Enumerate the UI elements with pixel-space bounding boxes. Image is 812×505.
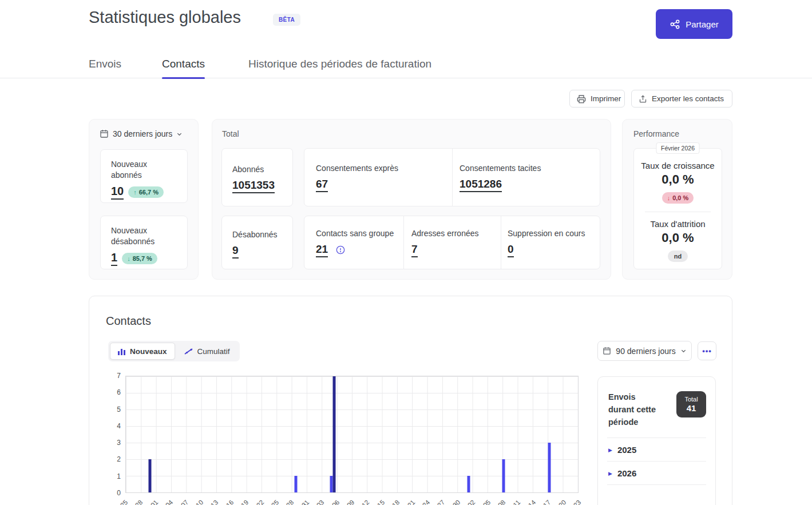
x-tick-label: 02 (463, 499, 477, 505)
year-label: 2025 (617, 445, 636, 455)
print-button[interactable]: Imprimer (569, 90, 625, 108)
beta-badge: BÊTA (273, 14, 300, 26)
chart-y-axis: 01234567 (105, 376, 121, 493)
express-consents-label: Consentements exprès (316, 163, 444, 174)
attrition-badge: nd (668, 250, 688, 262)
x-tick-label: 28 (282, 499, 295, 505)
warning-icon[interactable] (336, 245, 345, 255)
chart-x-axis: 2528010407101316192225283103060912151821… (125, 495, 579, 505)
chart-bar[interactable] (502, 459, 505, 492)
unsubscribed-value[interactable]: 9 (232, 244, 239, 259)
more-options-button[interactable]: ••• (698, 341, 716, 360)
performance-card: Février 2026 Taux de croissance 0,0 % ↓ … (633, 148, 722, 269)
unsubscribed-label: Désabonnés (232, 229, 282, 240)
x-tick-label: 10 (191, 499, 204, 505)
contacts-chart-card: Contacts Nouveaux Cumulat (89, 296, 732, 505)
x-tick-label: 28 (130, 499, 144, 505)
calendar-icon (100, 129, 109, 138)
new-unsubscribers-value[interactable]: 1 (111, 251, 117, 266)
x-tick-label: 04 (161, 499, 175, 505)
deletion-in-progress-value[interactable]: 0 (508, 243, 514, 257)
x-tick-label: 22 (251, 499, 265, 505)
triangle-right-icon: ▶ (608, 447, 612, 453)
x-tick-label: 19 (236, 499, 250, 505)
contacts-no-group-value[interactable]: 21 (316, 243, 328, 257)
x-tick-label: 12 (357, 499, 371, 505)
print-button-label: Imprimer (591, 94, 621, 103)
x-tick-label: 03 (312, 499, 326, 505)
share-icon (670, 19, 680, 30)
express-consents-value[interactable]: 67 (316, 178, 328, 192)
sends-total-label: Total (684, 396, 698, 403)
x-tick-label: 30 (447, 499, 461, 505)
performance-panel: Performance Février 2026 Taux de croissa… (622, 119, 732, 280)
toggle-nouveaux[interactable]: Nouveaux (110, 343, 175, 360)
y-tick-label: 4 (117, 422, 121, 430)
tab-envois[interactable]: Envois (89, 58, 121, 79)
chart-bar[interactable] (548, 443, 551, 492)
export-icon (639, 94, 647, 104)
unsubscribed-card: Désabonnés 9 (221, 216, 293, 269)
x-tick-label: 13 (206, 499, 220, 505)
x-tick-label: 25 (266, 499, 280, 505)
x-tick-label: 27 (433, 499, 446, 505)
new-unsubscribers-trend-badge: ↓ 85,7 % (122, 253, 157, 264)
share-button[interactable]: Partager (656, 9, 732, 39)
tab-historique-facturation[interactable]: Historique des périodes de facturation (248, 58, 431, 79)
year-row-2026[interactable]: ▶ 2026 (598, 462, 715, 484)
tabs-bar: Envois Contacts Historique des périodes … (0, 53, 812, 78)
x-tick-label: 31 (296, 499, 310, 505)
year-row-2025[interactable]: ▶ 2025 (598, 438, 715, 461)
tacit-consents-label: Consentements tacites (460, 163, 592, 174)
period-range-label: 30 derniers jours (113, 129, 172, 138)
share-button-label: Partager (686, 19, 719, 29)
x-tick-label: 24 (417, 499, 431, 505)
express-consents-cell: Consentements exprès 67 (304, 149, 452, 206)
chart-range-dropdown[interactable]: 90 derniers jours (597, 341, 692, 361)
chart-bar[interactable] (295, 476, 298, 492)
y-tick-label: 0 (117, 489, 121, 497)
year-label: 2026 (617, 468, 636, 478)
x-tick-label: 05 (478, 499, 492, 505)
export-contacts-button[interactable]: Exporter les contacts (631, 90, 732, 108)
chart-range-label: 90 derniers jours (616, 347, 675, 356)
toggle-cumulatif[interactable]: Cumulatif (176, 343, 238, 360)
tab-contacts[interactable]: Contacts (162, 58, 205, 79)
period-range-dropdown[interactable]: 30 derniers jours (100, 129, 183, 138)
x-tick-label: 14 (523, 499, 537, 505)
new-subscribers-delta: 66,7 % (139, 189, 159, 196)
y-tick-label: 1 (117, 472, 121, 480)
statistics-page: Statistiques globales BÊTA Partager Envo… (0, 0, 812, 505)
x-tick-label: 21 (402, 499, 416, 505)
deletion-in-progress-cell: Suppression en cours 0 (501, 216, 600, 269)
x-tick-label: 06 (327, 499, 340, 505)
period-panel: 30 derniers jours Nouveaux abonnés 10 ↑ … (89, 119, 199, 280)
chart-bar[interactable] (330, 476, 332, 492)
printer-icon (577, 94, 586, 104)
x-tick-label: 01 (145, 499, 159, 505)
growth-trend-badge: ↓ 0,0 % (662, 192, 694, 204)
chart-bar[interactable] (148, 459, 151, 492)
chart-bar[interactable] (333, 376, 336, 492)
arrow-down-icon: ↓ (667, 194, 671, 201)
contact-issues-card: Contacts sans groupe 21 Adresses erronée… (304, 216, 600, 269)
deletion-in-progress-label: Suppression en cours (508, 228, 592, 239)
wrong-addresses-value[interactable]: 7 (411, 243, 418, 257)
chart-bar[interactable] (467, 476, 470, 492)
toggle-cumulatif-label: Cumulatif (197, 347, 230, 356)
subscribers-value[interactable]: 1051353 (232, 179, 275, 193)
new-subscribers-trend-badge: ↑ 66,7 % (128, 186, 164, 198)
new-subscribers-value[interactable]: 10 (111, 185, 124, 200)
new-unsubscribers-label: Nouveaux désabonnés (111, 225, 177, 247)
chevron-down-icon (176, 131, 183, 137)
x-tick-label: 07 (176, 499, 189, 505)
total-panel-title: Total (222, 129, 239, 138)
subscribers-card: Abonnés 1051353 (221, 148, 293, 206)
y-tick-label: 5 (117, 405, 121, 413)
bar-chart-icon (118, 348, 126, 355)
x-tick-label: 09 (342, 499, 355, 505)
chart-plot (125, 376, 579, 493)
tacit-consents-value[interactable]: 1051286 (460, 178, 502, 192)
chart-mode-toggle: Nouveaux Cumulatif (108, 341, 240, 361)
new-unsubscribers-delta: 85,7 % (133, 255, 152, 262)
